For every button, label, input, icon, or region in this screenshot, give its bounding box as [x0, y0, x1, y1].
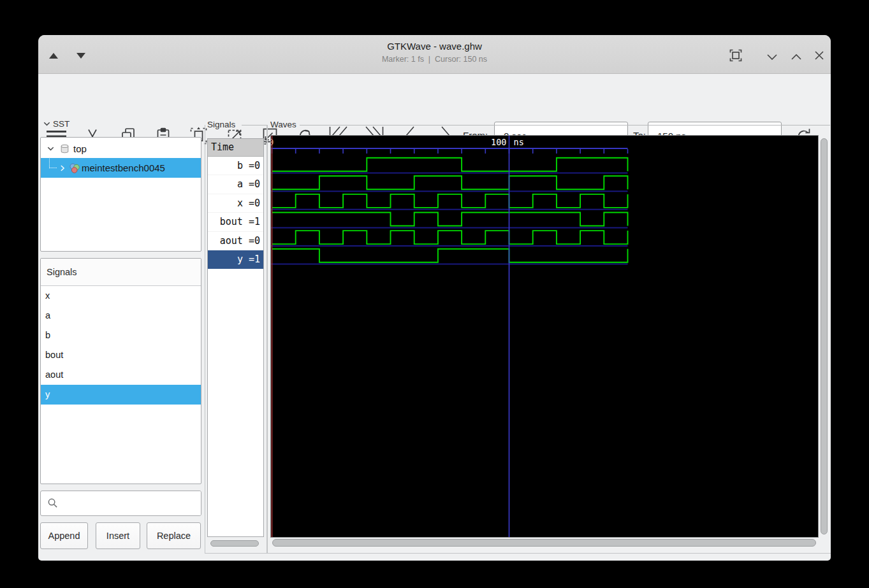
waveforms: 0100ns — [271, 136, 818, 537]
sst-signals-list: Signals xabboutaouty — [40, 258, 201, 484]
signal-list-item-y[interactable]: y — [41, 385, 201, 405]
tree-item-label: meintestbench0045 — [82, 162, 165, 173]
append-button[interactable]: Append — [40, 522, 88, 549]
signal-list-item-b[interactable]: b — [41, 326, 201, 345]
module-icon — [69, 162, 80, 174]
fullscreen-button[interactable] — [729, 48, 743, 62]
signal-search-box — [40, 491, 201, 516]
wave-name-row-b[interactable]: b =0 — [208, 157, 263, 176]
timeline-label-100: 100 — [491, 137, 506, 147]
expander-chevron-right-icon[interactable] — [58, 164, 67, 173]
close-button[interactable] — [812, 48, 826, 62]
wave-name-list: Time b =0a =0x =0bout =1aout =0y =1 — [207, 138, 264, 537]
waves-hscrollbar[interactable] — [272, 539, 816, 547]
gtkwave-window: GTKWave - wave.ghw Marker: 1 fs | Cursor… — [38, 35, 831, 561]
signals-panel-legend: Signals — [207, 120, 235, 129]
tree-item-label: top — [73, 143, 87, 154]
toolbar: From: To: — [38, 74, 831, 118]
wave-name-row-y[interactable]: y =1 — [208, 250, 263, 269]
insert-label: Insert — [106, 531, 129, 541]
timeline-unit: ns — [514, 137, 524, 147]
waveform-aout — [272, 231, 628, 244]
sst-section-header[interactable]: SST — [42, 119, 69, 129]
tree-connector — [49, 157, 57, 168]
time-column-header[interactable]: Time — [208, 139, 263, 157]
search-input[interactable] — [61, 491, 201, 516]
database-icon — [59, 143, 70, 154]
waveform-b — [272, 158, 628, 171]
tree-item-meintestbench0045[interactable]: meintestbench0045 — [41, 158, 201, 178]
signal-list-item-aout[interactable]: aout — [41, 365, 201, 385]
waveform-a — [272, 176, 628, 189]
search-icon — [47, 498, 58, 508]
fullscreen-icon — [729, 48, 743, 62]
close-icon — [812, 48, 826, 62]
replace-label: Replace — [157, 531, 191, 541]
signal-list-item-x[interactable]: x — [41, 286, 201, 306]
waves-vscrollbar[interactable] — [821, 138, 828, 534]
tree-item-top[interactable]: top — [41, 139, 201, 158]
signals-header-label: Signals — [47, 267, 77, 277]
wave-name-row-aout[interactable]: aout =0 — [208, 232, 263, 251]
window-title: GTKWave - wave.ghw — [38, 41, 831, 52]
wave-name-row-x[interactable]: x =0 — [208, 194, 263, 213]
sst-tree: top meintestbench0045 — [40, 137, 201, 252]
signal-list-item-bout[interactable]: bout — [41, 345, 201, 365]
minimize-button[interactable] — [765, 50, 779, 64]
wave-name-row-a[interactable]: a =0 — [208, 175, 263, 194]
maximize-button[interactable] — [789, 50, 803, 64]
chevron-up-icon — [789, 50, 803, 64]
wave-canvas[interactable]: 0100ns — [270, 135, 819, 538]
wave-name-row-bout[interactable]: bout =1 — [208, 213, 263, 232]
insert-button[interactable]: Insert — [96, 522, 140, 549]
waves-legend-line — [300, 125, 830, 125]
waveform-x — [272, 194, 628, 208]
signals-column-header[interactable]: Signals — [41, 259, 201, 286]
names-hscrollbar[interactable] — [210, 540, 259, 547]
chevron-down-icon — [765, 50, 779, 64]
waveform-y — [272, 249, 628, 262]
marker-cursor-status: Marker: 1 fs | Cursor: 150 ns — [38, 55, 831, 64]
signal-list-item-a[interactable]: a — [41, 306, 201, 326]
waves-panel-legend: Waves — [270, 120, 296, 129]
append-label: Append — [48, 531, 80, 541]
replace-button[interactable]: Replace — [147, 522, 201, 549]
expander-chevron-icon[interactable] — [46, 144, 55, 154]
sst-label: SST — [53, 119, 69, 129]
expander-chevron-icon — [42, 119, 52, 129]
signals-legend-line — [242, 125, 267, 125]
titlebar[interactable]: GTKWave - wave.ghw Marker: 1 fs | Cursor… — [38, 35, 831, 74]
waveform-bout — [272, 213, 628, 226]
